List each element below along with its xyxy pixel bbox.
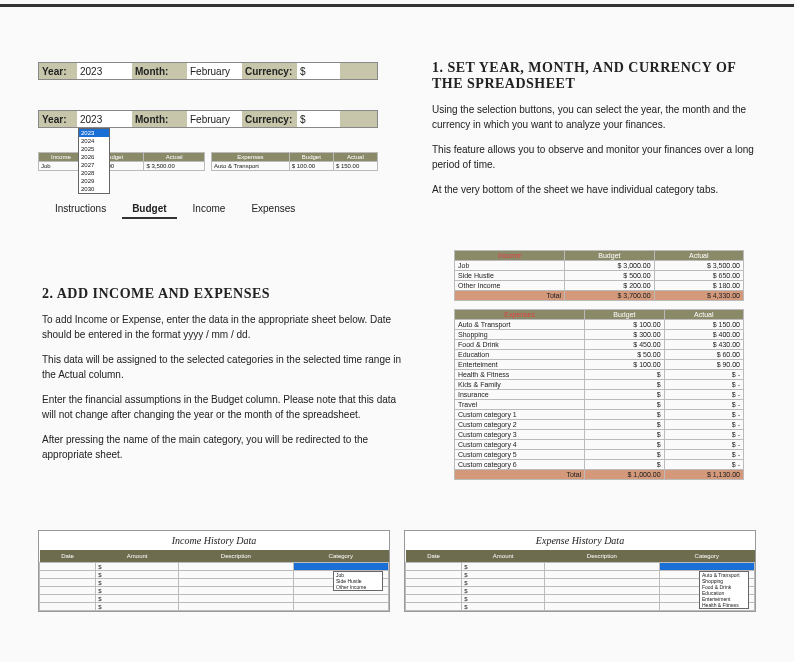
section-1-p3: At the very bottom of the sheet we have … <box>432 182 762 197</box>
table-row: Custom category 4$$ - <box>455 440 744 450</box>
mini-income-table: Income Budget Actual Job $ 3,000.00 $ 3,… <box>38 152 205 171</box>
year-option[interactable]: 2029 <box>79 177 109 185</box>
section-1-p2: This feature allows you to observe and m… <box>432 142 762 172</box>
table-row: Custom category 1$$ - <box>455 410 744 420</box>
section-1-title: 1. SET YEAR, MONTH, AND CURRENCY OF THE … <box>432 60 762 92</box>
col-header: Income <box>455 251 565 261</box>
actual-cell: $ 150.00 <box>333 162 377 171</box>
col-header: Date <box>40 550 96 563</box>
table-row: Custom category 2$$ - <box>455 420 744 430</box>
col-header: Description <box>179 550 293 563</box>
table-row: Custom category 5$$ - <box>455 450 744 460</box>
section-2-p2: This data will be assigned to the select… <box>42 352 402 382</box>
col-header: Category <box>659 550 754 563</box>
table-row[interactable]: $ <box>40 563 389 571</box>
spreadsheet-ribbon-sample-2: Year: 2023 Month: February Currency: $ <box>38 110 378 128</box>
table-row: Kids & Family$$ - <box>455 380 744 390</box>
table-row[interactable]: $ <box>40 595 389 603</box>
table-row: Job$ 3,000.00$ 3,500.00 <box>455 261 744 271</box>
col-actual: Actual <box>144 153 205 162</box>
expense-category-dropdown[interactable]: Auto & TransportShoppingFood & DrinkEduc… <box>699 571 749 609</box>
col-header: Budget <box>585 310 664 320</box>
col-header: Amount <box>462 550 545 563</box>
month-label: Month: <box>132 111 187 127</box>
mini-expense-table: Expenses Budget Actual Auto & Transport … <box>211 152 378 171</box>
col-header: Actual <box>664 310 743 320</box>
table-row: Side Hustle$ 500.00$ 650.00 <box>455 271 744 281</box>
section-2-p1: To add Income or Expense, enter the data… <box>42 312 402 342</box>
expense-history-box: Expense History Data DateAmountDescripti… <box>404 530 756 612</box>
table-row: Travel$$ - <box>455 400 744 410</box>
section-2: 2. ADD INCOME AND EXPENSES To add Income… <box>42 286 402 472</box>
table-row: Other Income$ 200.00$ 180.00 <box>455 281 744 291</box>
col-actual: Actual <box>333 153 377 162</box>
income-category-dropdown[interactable]: JobSide HustleOther Income <box>333 571 383 591</box>
month-value[interactable]: February <box>187 111 242 127</box>
col-header: Budget <box>565 251 654 261</box>
income-table: IncomeBudgetActualJob$ 3,000.00$ 3,500.0… <box>454 250 744 301</box>
table-row: Custom category 3$$ - <box>455 430 744 440</box>
spreadsheet-ribbon-sample-1: Year: 2023 Month: February Currency: $ <box>38 62 378 80</box>
currency-label: Currency: <box>242 63 297 79</box>
year-label: Year: <box>39 111 77 127</box>
row-label: Auto & Transport <box>212 162 290 171</box>
month-value[interactable]: February <box>187 63 242 79</box>
currency-label: Currency: <box>242 111 297 127</box>
table-row: Education$ 50.00$ 60.00 <box>455 350 744 360</box>
year-dropdown[interactable]: 20232024202520262027202820292030 <box>78 128 110 194</box>
col-budget: Budget <box>289 153 333 162</box>
year-option[interactable]: 2030 <box>79 185 109 193</box>
section-2-p3: Enter the financial assumptions in the B… <box>42 392 402 422</box>
table-row: Auto & Transport$ 100.00$ 150.00 <box>455 320 744 330</box>
category-option[interactable]: Other Income <box>334 584 382 590</box>
sheet-tab[interactable]: Budget <box>122 200 176 219</box>
table-row[interactable]: $ <box>40 603 389 611</box>
col-header: Expenses <box>455 310 585 320</box>
total-row: Total$ 1,000.00$ 1,130.00 <box>455 470 744 480</box>
table-row: Insurance$$ - <box>455 390 744 400</box>
year-value-open[interactable]: 2023 <box>77 111 132 127</box>
year-option[interactable]: 2024 <box>79 137 109 145</box>
total-row: Total$ 3,700.00$ 4,330.00 <box>455 291 744 301</box>
year-option[interactable]: 2028 <box>79 169 109 177</box>
ribbon-spacer <box>340 111 379 127</box>
col-income: Income <box>39 153 84 162</box>
currency-value[interactable]: $ <box>297 111 340 127</box>
income-history-box: Income History Data DateAmountDescriptio… <box>38 530 390 612</box>
actual-cell: $ 3,500.00 <box>144 162 205 171</box>
row-label: Job <box>39 162 84 171</box>
expense-table: ExpensesBudgetActualAuto & Transport$ 10… <box>454 309 744 480</box>
table-row[interactable]: $ <box>406 563 755 571</box>
year-value[interactable]: 2023 <box>77 63 132 79</box>
sheet-tab[interactable]: Instructions <box>45 200 116 219</box>
currency-value[interactable]: $ <box>297 63 340 79</box>
category-option[interactable]: Health & Fitness <box>700 602 748 608</box>
sheet-tab[interactable]: Expenses <box>241 200 305 219</box>
col-header: Category <box>293 550 388 563</box>
year-option[interactable]: 2026 <box>79 153 109 161</box>
ribbon-spacer <box>340 63 379 79</box>
col-expenses: Expenses <box>212 153 290 162</box>
income-history-title: Income History Data <box>39 531 389 550</box>
table-row: Enterteiment$ 100.00$ 90.00 <box>455 360 744 370</box>
year-option[interactable]: 2027 <box>79 161 109 169</box>
finance-tables: IncomeBudgetActualJob$ 3,000.00$ 3,500.0… <box>454 250 744 488</box>
month-label: Month: <box>132 63 187 79</box>
section-1-p1: Using the selection buttons, you can sel… <box>432 102 762 132</box>
history-tables: Income History Data DateAmountDescriptio… <box>38 530 756 612</box>
table-row: Health & Fitness$$ - <box>455 370 744 380</box>
section-2-p4: After pressing the name of the main cate… <box>42 432 402 462</box>
sheet-tabs: InstructionsBudgetIncomeExpenses <box>45 200 305 219</box>
col-header: Date <box>406 550 462 563</box>
year-option[interactable]: 2023 <box>79 129 109 137</box>
top-rule <box>0 4 794 7</box>
year-option[interactable]: 2025 <box>79 145 109 153</box>
table-row: Shopping$ 300.00$ 400.00 <box>455 330 744 340</box>
section-1: 1. SET YEAR, MONTH, AND CURRENCY OF THE … <box>432 60 762 207</box>
sheet-tab[interactable]: Income <box>183 200 236 219</box>
expense-history-title: Expense History Data <box>405 531 755 550</box>
table-row: Custom category 6$$ - <box>455 460 744 470</box>
col-header: Actual <box>654 251 743 261</box>
year-label: Year: <box>39 63 77 79</box>
table-row: Food & Drink$ 450.00$ 430.00 <box>455 340 744 350</box>
